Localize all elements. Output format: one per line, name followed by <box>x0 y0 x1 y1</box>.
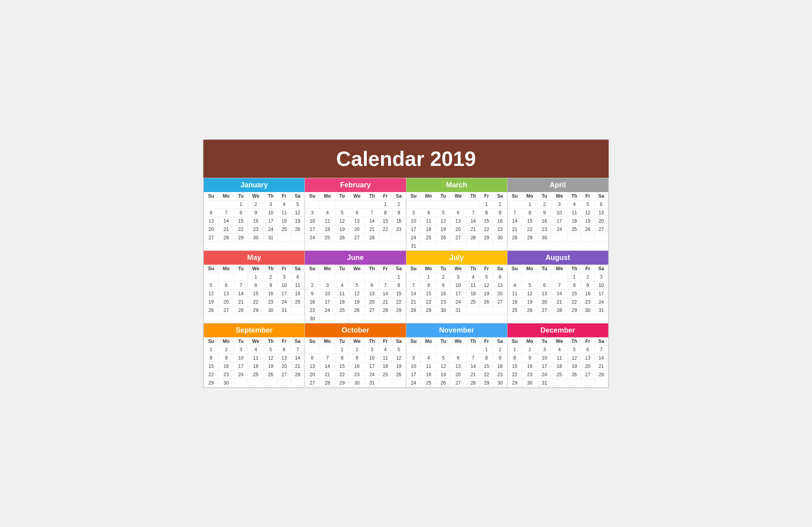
day-header: Tu <box>234 192 248 200</box>
day-cell: 2 <box>218 345 234 354</box>
day-cell: 8 <box>392 281 406 289</box>
day-cell: 29 <box>567 306 581 314</box>
day-cell: 5 <box>335 208 349 217</box>
day-cell: 11 <box>335 289 349 298</box>
day-cell: 27 <box>450 379 467 387</box>
day-cell: 27 <box>349 233 365 242</box>
day-cell: 31 <box>406 242 421 250</box>
day-cell <box>493 242 507 250</box>
day-cell: 26 <box>567 370 581 379</box>
day-cell <box>379 273 392 281</box>
day-cell: 16 <box>218 362 234 370</box>
day-header: Tu <box>437 337 450 346</box>
month-header-aug: August <box>508 251 608 265</box>
day-cell: 16 <box>392 217 406 225</box>
day-cell: 19 <box>567 362 581 370</box>
day-cell: 20 <box>594 217 608 225</box>
day-cell: 29 <box>522 233 538 242</box>
day-header: Tu <box>538 337 551 346</box>
day-cell: 19 <box>392 362 406 370</box>
day-cell: 27 <box>365 306 379 314</box>
day-cell: 14 <box>466 217 480 225</box>
day-header: Tu <box>335 265 349 273</box>
day-cell: 25 <box>421 233 437 242</box>
day-header: We <box>551 192 568 200</box>
day-cell: 25 <box>567 225 581 233</box>
day-header: Th <box>365 192 379 200</box>
day-cell: 16 <box>493 362 507 370</box>
day-cell <box>421 242 437 250</box>
day-header: Mo <box>522 265 538 273</box>
day-cell: 25 <box>508 306 522 314</box>
day-cell: 17 <box>278 289 291 298</box>
day-header: Fr <box>480 337 493 346</box>
day-cell: 3 <box>320 281 335 289</box>
day-cell: 29 <box>421 306 437 314</box>
day-cell: 23 <box>522 370 538 379</box>
day-cell: 11 <box>379 354 392 362</box>
day-header: Sa <box>493 192 507 200</box>
day-cell: 11 <box>291 281 304 289</box>
day-cell: 26 <box>264 370 278 379</box>
day-header: Tu <box>335 337 349 346</box>
day-cell: 4 <box>421 354 437 362</box>
day-cell: 4 <box>278 200 291 208</box>
day-cell: 5 <box>581 200 595 208</box>
day-cell: 6 <box>450 354 467 362</box>
day-cell <box>247 379 264 387</box>
day-cell: 24 <box>594 298 608 306</box>
day-cell: 24 <box>538 370 551 379</box>
day-cell: 26 <box>437 233 450 242</box>
day-header: Fr <box>581 192 595 200</box>
day-header: Fr <box>379 192 392 200</box>
day-cell: 5 <box>480 273 493 281</box>
day-cell: 21 <box>291 362 304 370</box>
day-header: Mo <box>421 192 437 200</box>
day-cell: 6 <box>450 208 467 217</box>
day-header: Mo <box>522 192 538 200</box>
day-header: Sa <box>594 192 608 200</box>
day-cell: 28 <box>551 306 568 314</box>
day-cell: 23 <box>437 298 450 306</box>
day-cell: 15 <box>421 289 437 298</box>
day-cell: 28 <box>379 306 392 314</box>
day-cell: 10 <box>538 354 551 362</box>
day-cell: 26 <box>335 233 349 242</box>
day-cell: 2 <box>522 345 538 354</box>
day-cell: 22 <box>508 370 522 379</box>
day-cell: 16 <box>264 289 278 298</box>
day-cell <box>508 200 522 208</box>
day-cell: 26 <box>204 306 218 314</box>
day-cell: 3 <box>305 208 320 217</box>
day-cell: 7 <box>551 281 568 289</box>
day-header: Fr <box>480 192 493 200</box>
day-cell: 21 <box>551 298 568 306</box>
day-cell: 23 <box>392 225 406 233</box>
day-cell: 29 <box>392 306 406 314</box>
day-header: Mo <box>218 265 234 273</box>
day-cell: 22 <box>480 225 493 233</box>
day-cell: 7 <box>379 281 392 289</box>
day-cell: 12 <box>437 362 450 370</box>
day-header: We <box>349 192 365 200</box>
day-header: Mo <box>421 337 437 346</box>
day-cell: 24 <box>365 370 379 379</box>
day-cell: 20 <box>450 225 467 233</box>
day-cell: 25 <box>551 370 568 379</box>
day-cell: 13 <box>594 208 608 217</box>
month-jul: JulySuMoTuWeThFrSa1234567891011121314151… <box>406 251 508 323</box>
day-cell <box>480 306 493 314</box>
day-cell: 2 <box>538 200 551 208</box>
day-cell: 7 <box>320 354 335 362</box>
day-cell: 30 <box>264 306 278 314</box>
day-cell: 1 <box>247 273 264 281</box>
day-cell: 9 <box>264 281 278 289</box>
day-cell: 31 <box>365 379 379 387</box>
day-cell: 14 <box>379 289 392 298</box>
day-cell <box>291 306 304 314</box>
day-cell: 19 <box>480 289 493 298</box>
month-header-nov: November <box>406 323 507 337</box>
day-cell <box>581 233 595 242</box>
day-cell: 22 <box>421 298 437 306</box>
day-cell: 21 <box>406 298 421 306</box>
